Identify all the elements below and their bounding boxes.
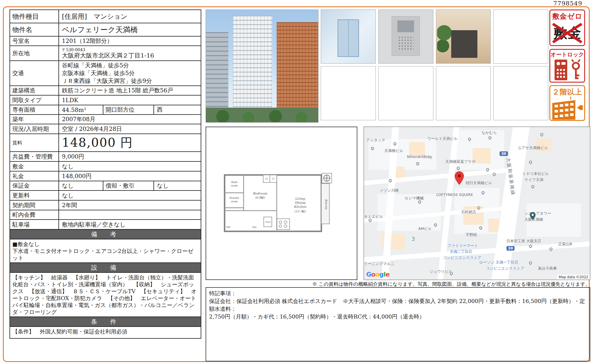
table-row: 号室名 1201（12階部分）: [10, 36, 201, 45]
map-label: テンタック: [366, 138, 386, 143]
row-value: 敷地内駐車場／空きなし: [59, 220, 201, 229]
special-notes-panel: 特記事項： 保証会社：保証会社利用必須 株式会社エポスカード ※大手法人相談可・…: [206, 287, 590, 361]
table-row: 間取タイプ 1LDK: [10, 95, 201, 105]
row-label: 駐車場: [10, 220, 59, 229]
row-value: 谷町線「天満橋」徒歩5分 京阪本線「天満橋」徒歩5分 ＪＲ東西線「大阪天満宮」徒…: [59, 61, 201, 85]
row-value: 2年間: [59, 201, 201, 210]
building-arrow-icon: [551, 97, 584, 121]
fp-ldk-label-3: Kitchen: [294, 205, 307, 209]
map-label: 宇野紙: [466, 232, 477, 237]
fp-balcony-label: Balcony: [325, 199, 328, 210]
tree: [437, 22, 451, 59]
map-label: AMビル: [418, 226, 432, 231]
row-label: 契約期間: [10, 201, 59, 210]
table-row: 交通 谷町線「天満橋」徒歩5分 京阪本線「天満橋」徒歩5分 ＪＲ東西線「大阪天満…: [10, 60, 201, 85]
map-label: 天満二丁目店: [450, 249, 472, 254]
map-label: NihonArtBidg.: [407, 155, 433, 159]
row-value: 空室 / 2026年4月28日: [59, 124, 201, 134]
map-poi-pin: [530, 212, 536, 220]
autolock-badge-title: オートロック: [550, 51, 584, 58]
table-row: 敷金 なし: [10, 161, 201, 171]
no-deposit-badge: 敷金ゼロ 敷金: [549, 9, 585, 46]
fp-powder-label-2: room: [231, 200, 238, 203]
row-label: 交通: [10, 61, 59, 85]
second-floor-up-badge: ２階以上: [549, 85, 585, 121]
empty-photo-slot: [378, 66, 433, 120]
row-label: 町内会費: [10, 210, 59, 219]
transit-line: 京阪本線「天満橋」徒歩5分: [62, 69, 135, 77]
intercom-panel: [392, 16, 420, 56]
remarks-header: 備 考: [10, 229, 201, 239]
map-label: ライフ天満: [524, 177, 543, 182]
remarks-line: 下水道・モニタ付オートロック・エアコン2台以上・シャワー・クローゼット: [12, 247, 198, 261]
google-logo[interactable]: Google: [366, 271, 390, 278]
map-label: 3: [411, 235, 415, 242]
route-shield: 30: [506, 246, 515, 251]
row-value: なし: [59, 181, 103, 190]
neighbor-building-right: [277, 22, 318, 122]
table-row: 専有面積 44.58m² 開口部方位 西: [10, 105, 201, 114]
row-value: 44.58m²: [59, 105, 103, 114]
map-label: コンビニエンスストア: [486, 266, 524, 271]
photo-thumbnail-grid: [321, 9, 548, 120]
table-row: 共益費・管理費 9,000円: [10, 151, 201, 161]
row-label: 所在地: [10, 46, 59, 60]
map-label: ジュウリビル: [430, 269, 453, 274]
row-value: なし: [59, 191, 201, 200]
row-value: 148,000円: [59, 171, 201, 181]
map-label: 天満橋双葉プラザ: [445, 159, 476, 164]
map-label: なかむら: [481, 130, 497, 135]
fp-bath-label-2: room: [231, 184, 238, 187]
map-label: 天満橋ビル: [384, 148, 403, 153]
map-pin-icon: [528, 160, 533, 165]
map-label: リーニングマルニ: [364, 261, 394, 266]
subject-building-tower: [233, 16, 272, 122]
equipment-header: 設 備: [10, 262, 201, 272]
empty-photo-slot: [493, 9, 548, 64]
row-value: 9,000円: [59, 152, 201, 161]
transit-line: ＪＲ東西線「大阪天満宮」徒歩9分: [62, 77, 152, 85]
special-notes-line: 保証会社：保証会社利用必須 株式会社エポスカード ※大手法人相談可・保険：保険要…: [209, 297, 587, 313]
map-pin-icon: [528, 261, 533, 265]
row-label: 賃料: [10, 134, 59, 151]
fp-ldk-label-2: Dining: [295, 201, 306, 205]
map-label: キミエビル: [364, 214, 383, 219]
row-label: 間取タイプ: [10, 96, 59, 105]
table-row: 町内会費: [10, 210, 201, 219]
fp-bedroom-label: Bedroom: [253, 192, 267, 195]
map-label: メゾン川崎: [380, 188, 399, 193]
map-label: ファミリーマート: [447, 243, 478, 248]
map-attribution: Map data ©2022: [557, 275, 590, 280]
intercom-panel-photo: [378, 9, 433, 64]
row-label: 敷金: [10, 162, 59, 171]
fp-entrance-label: Ent.: [252, 226, 257, 228]
remarks-line: ■敷金なし: [12, 241, 198, 247]
fp-ldk-label-1: Living: [295, 197, 306, 201]
row-value: [59, 210, 201, 219]
empty-photo-slot: [436, 66, 491, 120]
equipment-body: 【キッチン】 給湯器 【水廻り】 トイレ・洗面台（独立）・洗髪洗面化粧台・バス・…: [10, 272, 201, 317]
property-flyer-page: 7798549 物件種目 [住居用] マンション 物件名 ベルフェリーク天満橋 …: [0, 0, 592, 364]
no-deposit-badge-title: 敷金ゼロ: [550, 12, 584, 21]
row-subvalue: 西: [154, 105, 202, 114]
fp-closet-label-2: Cl.: [272, 178, 275, 180]
feature-badges: 敷金ゼロ 敷金 オートロック: [549, 9, 585, 121]
fp-mb-label: MB: [226, 226, 230, 228]
table-row: 更新料 なし: [10, 190, 201, 200]
rent-amount: 148,000 円: [59, 134, 201, 151]
table-row: 契約期間 2年間: [10, 200, 201, 210]
map-label: シエリアタワー: [524, 211, 551, 216]
map-label: LOFTYNESS SQUIRE: [436, 193, 473, 197]
empty-photo-slot: [321, 66, 376, 120]
empty-photo-slot: [493, 66, 548, 120]
row-value: ベルフェリーク天満橋: [59, 23, 201, 36]
floorplan-panel: Bath room Powder room MB Cl. Cl. Bedroom…: [206, 127, 357, 280]
crossed-deposit-icon: 敷金: [551, 21, 584, 45]
map-main-pin: [454, 171, 464, 185]
fp-closet-label-1: Cl.: [265, 178, 268, 180]
row-value: 鉄筋コンクリート造 地上15階 総戸数56戸: [59, 86, 201, 95]
row-value: 〒530-0043 大阪府大阪市北区天満２丁目1-16: [59, 46, 201, 60]
table-row: 駐車場 敷地内駐車場／空きなし: [10, 219, 201, 229]
table-row: 物件名 ベルフェリーク天満橋: [10, 23, 201, 36]
map-label: セジマ機械: [405, 196, 424, 201]
